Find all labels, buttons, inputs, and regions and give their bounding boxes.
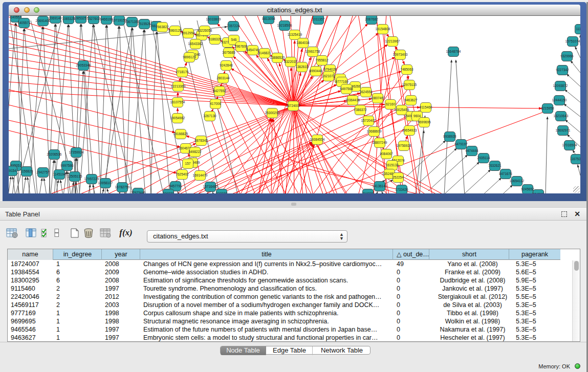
svg-text:924565: 924565 xyxy=(533,192,544,193)
svg-text:8186328: 8186328 xyxy=(208,37,222,41)
svg-text:9242848: 9242848 xyxy=(220,63,233,67)
svg-text:12975115: 12975115 xyxy=(402,83,417,86)
svg-text:10853257: 10853257 xyxy=(74,16,89,20)
svg-text:16648784: 16648784 xyxy=(446,50,461,53)
svg-text:14136141: 14136141 xyxy=(373,184,387,188)
svg-text:9604: 9604 xyxy=(413,114,421,118)
svg-text:9463627: 9463627 xyxy=(404,98,418,102)
svg-text:8990448: 8990448 xyxy=(309,69,322,73)
svg-text:3267130: 3267130 xyxy=(203,114,216,118)
svg-text:16210643: 16210643 xyxy=(554,114,569,118)
svg-text:9997586: 9997586 xyxy=(60,164,74,167)
svg-text:2803144: 2803144 xyxy=(216,76,230,80)
svg-text:433379: 433379 xyxy=(216,192,227,193)
svg-text:8454749: 8454749 xyxy=(246,48,259,52)
svg-text:8322037: 8322037 xyxy=(284,60,297,63)
svg-text:10025455: 10025455 xyxy=(395,108,409,112)
svg-text:8813054: 8813054 xyxy=(262,17,275,20)
svg-text:16154808: 16154808 xyxy=(376,27,390,31)
svg-text:1621072: 1621072 xyxy=(322,74,335,78)
svg-text:3675685: 3675685 xyxy=(222,51,235,54)
svg-text:1145194: 1145194 xyxy=(53,172,66,176)
svg-text:9329966: 9329966 xyxy=(560,54,574,58)
svg-text:1733426: 1733426 xyxy=(395,188,408,191)
svg-text:13886520: 13886520 xyxy=(270,56,285,59)
svg-text:10961758: 10961758 xyxy=(306,50,320,53)
svg-text:16033809: 16033809 xyxy=(206,17,221,21)
svg-text:15716485: 15716485 xyxy=(203,185,218,188)
svg-text:20206536: 20206536 xyxy=(47,152,62,156)
svg-text:9457791: 9457791 xyxy=(169,184,182,188)
svg-text:9084067: 9084067 xyxy=(380,152,393,156)
svg-text:7663822: 7663822 xyxy=(156,25,169,29)
svg-text:25300293: 25300293 xyxy=(265,111,280,115)
svg-text:7386372: 7386372 xyxy=(354,108,367,112)
svg-text:19654923: 19654923 xyxy=(402,128,417,132)
svg-text:19054982: 19054982 xyxy=(170,116,185,120)
svg-text:9115460: 9115460 xyxy=(420,105,432,109)
svg-text:2935114: 2935114 xyxy=(477,156,490,160)
svg-text:15751074: 15751074 xyxy=(565,39,580,43)
svg-text:16107554: 16107554 xyxy=(170,100,185,104)
svg-text:1864034: 1864034 xyxy=(296,41,310,45)
svg-text:7955812: 7955812 xyxy=(315,58,329,62)
svg-text:1167534: 1167534 xyxy=(570,157,580,161)
svg-text:8938928: 8938928 xyxy=(443,135,456,138)
svg-text:10973493: 10973493 xyxy=(393,53,408,56)
svg-text:5498222: 5498222 xyxy=(188,150,202,154)
svg-text:546: 546 xyxy=(231,38,237,41)
svg-text:3624554: 3624554 xyxy=(359,90,373,94)
svg-text:9146821: 9146821 xyxy=(258,51,271,55)
svg-text:10958107: 10958107 xyxy=(98,181,113,185)
svg-text:19756928: 19756928 xyxy=(397,144,411,147)
svg-text:62160: 62160 xyxy=(386,102,395,106)
svg-text:29053346: 29053346 xyxy=(76,63,91,67)
svg-text:19166825: 19166825 xyxy=(173,132,188,136)
svg-text:10654112: 10654112 xyxy=(510,179,525,183)
svg-text:2967608: 2967608 xyxy=(234,45,248,48)
svg-text:1405571: 1405571 xyxy=(17,21,31,25)
svg-text:6794028: 6794028 xyxy=(323,68,337,71)
svg-text:2087682: 2087682 xyxy=(365,17,378,21)
svg-text:12093872: 12093872 xyxy=(553,84,568,87)
svg-text:11124: 11124 xyxy=(576,27,580,31)
svg-text:17016504: 17016504 xyxy=(562,143,577,147)
svg-text:18724007: 18724007 xyxy=(286,104,301,107)
svg-text:12923446: 12923446 xyxy=(131,191,146,193)
svg-text:12444150: 12444150 xyxy=(552,98,567,102)
svg-text:6497568: 6497568 xyxy=(340,87,353,91)
svg-text:8471676: 8471676 xyxy=(499,172,512,176)
svg-text:16782759: 16782759 xyxy=(115,185,130,189)
svg-text:12505135: 12505135 xyxy=(68,174,82,178)
svg-text:8912954: 8912954 xyxy=(182,31,195,35)
svg-text:1156829: 1156829 xyxy=(20,169,33,173)
svg-text:7485063: 7485063 xyxy=(400,68,413,71)
svg-text:8878342: 8878342 xyxy=(194,139,208,142)
svg-text:252254: 252254 xyxy=(393,176,404,179)
svg-text:11325419: 11325419 xyxy=(288,33,302,36)
svg-text:9896123: 9896123 xyxy=(183,55,196,59)
svg-text:329379: 329379 xyxy=(163,192,174,193)
svg-text:17957225: 17957225 xyxy=(84,177,99,181)
svg-text:1527602: 1527602 xyxy=(87,17,100,20)
svg-text:10688609: 10688609 xyxy=(367,129,382,133)
svg-text:417006: 417006 xyxy=(210,102,221,105)
svg-text:7625402: 7625402 xyxy=(176,172,189,176)
svg-text:16914479: 16914479 xyxy=(193,173,208,177)
svg-text:1615132: 1615132 xyxy=(385,163,399,167)
svg-text:6479197: 6479197 xyxy=(454,142,468,146)
svg-text:f(x): f(x) xyxy=(119,228,132,237)
svg-text:719379: 719379 xyxy=(362,192,374,193)
svg-text:18807249: 18807249 xyxy=(373,141,387,144)
svg-text:20364436: 20364436 xyxy=(345,98,360,102)
svg-text:13226058: 13226058 xyxy=(198,29,212,32)
svg-text:9474444: 9474444 xyxy=(465,149,478,152)
svg-text:9227342: 9227342 xyxy=(556,68,569,72)
svg-text:16543362: 16543362 xyxy=(188,42,203,46)
svg-text:2718176: 2718176 xyxy=(176,70,189,74)
svg-text:1011357: 1011357 xyxy=(312,17,325,21)
svg-text:19218506: 19218506 xyxy=(277,24,292,27)
svg-text:7515526: 7515526 xyxy=(138,22,151,26)
svg-text:10807467: 10807467 xyxy=(371,96,385,100)
svg-text:1362615: 1362615 xyxy=(295,65,309,69)
